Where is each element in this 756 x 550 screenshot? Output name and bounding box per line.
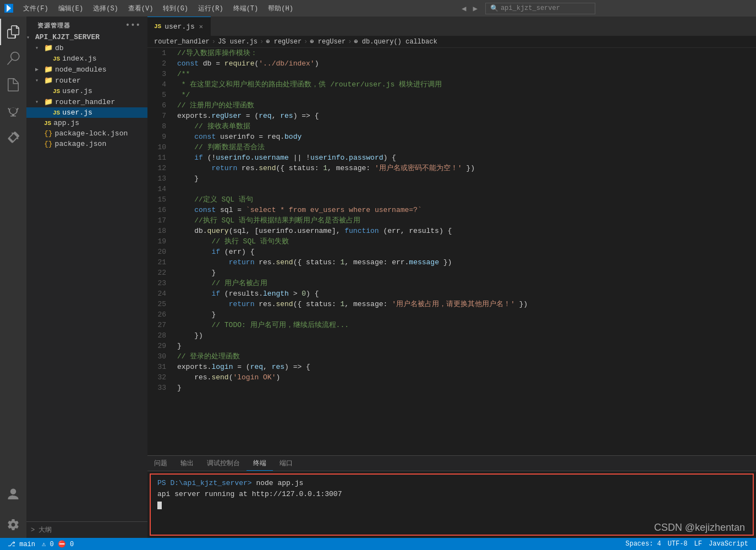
terminal-content[interactable]: PS D:\api_kjzt_server> node app.js api s… xyxy=(150,473,754,536)
statusbar-branch[interactable]: ⎇ main xyxy=(4,540,39,548)
folder-icon-rh: 📁 xyxy=(44,97,53,106)
line-content: // 执行 SQL 语句失败 xyxy=(175,236,756,247)
search-text: api_kjzt_server xyxy=(501,4,560,12)
breadcrumb-router-handler[interactable]: router_handler xyxy=(154,38,210,46)
node-modules-arrow: ▶ xyxy=(35,66,44,73)
line-number: 22 xyxy=(147,268,175,278)
nav-back-button[interactable]: ◀ xyxy=(459,3,468,14)
statusbar-encoding[interactable]: UTF-8 xyxy=(665,540,691,548)
menu-bar: 文件(F) 编辑(E) 选择(S) 查看(V) 转到(G) 运行(R) 终端(T… xyxy=(19,3,298,14)
line-number: 14 xyxy=(147,184,175,194)
line-content: // 登录的处理函数 xyxy=(175,351,756,362)
line-number: 12 xyxy=(147,163,175,173)
line-content: }) xyxy=(175,330,756,341)
breadcrumb-callback[interactable]: ⊕ db.query() callback xyxy=(354,37,437,46)
code-line: 13 } xyxy=(147,173,756,184)
line-content: //导入数据库操作模块： xyxy=(175,48,756,58)
activity-git[interactable] xyxy=(0,72,26,98)
line-content: // 注册用户的处理函数 xyxy=(175,100,756,111)
sidebar-item-pkg[interactable]: {} package.json xyxy=(26,139,147,149)
sidebar-item-db-index[interactable]: JS index.js xyxy=(26,53,147,64)
sidebar-header-icons: ••• xyxy=(125,21,141,30)
line-content: res.send('login OK') xyxy=(175,372,756,383)
menu-file[interactable]: 文件(F) xyxy=(19,3,53,14)
sidebar-root[interactable]: ▾ API_KJZT_SERVER xyxy=(26,32,147,42)
line-number: 17 xyxy=(147,215,175,226)
json-file-icon2: {} xyxy=(44,140,53,148)
sidebar-item-router-user[interactable]: JS user.js xyxy=(26,86,147,96)
sidebar-item-pkg-lock[interactable]: {} package-lock.json xyxy=(26,128,147,139)
breadcrumb-reguser2[interactable]: ⊕ regUser xyxy=(310,37,346,46)
menu-select[interactable]: 选择(S) xyxy=(89,3,123,14)
router-arrow: ▾ xyxy=(35,77,44,84)
panel-tab-debug[interactable]: 调试控制台 xyxy=(200,456,246,471)
router-user-label: user.js xyxy=(62,87,147,95)
panel-tab-output[interactable]: 输出 xyxy=(174,456,200,471)
code-line: 15 //定义 SQL 语句 xyxy=(147,194,756,205)
terminal-output: api server running at http://127.0.0.1:3… xyxy=(157,490,342,498)
outline-label: > 大纲 xyxy=(31,526,52,534)
activity-debug[interactable] xyxy=(0,98,26,124)
js-file-icon2: JS xyxy=(53,88,60,95)
js-file-icon4: JS xyxy=(44,120,51,127)
code-line: 20 if (err) { xyxy=(147,247,756,257)
line-content: const userinfo = req.body xyxy=(175,132,756,142)
activity-extensions[interactable] xyxy=(0,124,26,151)
sidebar-item-router-handler[interactable]: ▾ 📁 router_handler xyxy=(26,96,147,107)
sidebar-item-app[interactable]: JS app.js xyxy=(26,118,147,128)
tab-close-button[interactable]: ✕ xyxy=(198,22,204,31)
statusbar-lineending[interactable]: LF xyxy=(691,540,705,548)
sidebar-item-rh-user[interactable]: JS user.js xyxy=(26,107,147,118)
sidebar-title: 资源管理器 xyxy=(37,21,70,30)
menu-goto[interactable]: 转到(G) xyxy=(158,3,193,14)
node-modules-label: node_modules xyxy=(55,66,147,74)
menu-terminal[interactable]: 终端(T) xyxy=(229,3,263,14)
code-line: 8 // 接收表单数据 xyxy=(147,121,756,132)
sidebar-header: 资源管理器 ••• xyxy=(26,17,147,32)
outline-section[interactable]: > 大纲 xyxy=(26,521,147,538)
activity-settings[interactable] xyxy=(0,511,26,538)
code-line: 31exports.login = (req, res) => { xyxy=(147,362,756,372)
sidebar-item-db[interactable]: ▾ 📁 db xyxy=(26,42,147,53)
line-content: return res.send({ status: 1, message: er… xyxy=(175,257,756,268)
js-file-icon: JS xyxy=(53,56,60,62)
activity-explorer[interactable] xyxy=(0,19,26,45)
json-file-icon: {} xyxy=(44,129,53,138)
line-content: if (results.length > 0) { xyxy=(175,288,756,299)
breadcrumb-user-js[interactable]: JS user.js xyxy=(218,38,258,46)
code-editor[interactable]: 1//导入数据库操作模块：2const db = require('../db/… xyxy=(147,48,756,455)
panel-tab-terminal[interactable]: 终端 xyxy=(246,456,273,471)
menu-edit[interactable]: 编辑(E) xyxy=(54,3,88,14)
code-line: 25 return res.send({ status: 1, message:… xyxy=(147,299,756,309)
search-bar[interactable]: 🔍 api_kjzt_server xyxy=(485,3,595,14)
statusbar-indent[interactable]: Spaces: 4 xyxy=(622,540,665,548)
activity-search[interactable] xyxy=(0,45,26,72)
line-content: /** xyxy=(175,69,756,79)
statusbar-errors[interactable]: ⚠ 0 ⛔ 0 xyxy=(39,540,77,548)
activity-account[interactable] xyxy=(0,481,26,507)
nav-buttons: ◀ ▶ xyxy=(459,3,480,14)
breadcrumb-reguser1[interactable]: ⊕ regUser xyxy=(266,37,302,46)
line-number: 31 xyxy=(147,362,175,372)
line-number: 29 xyxy=(147,341,175,351)
pkg-lock-label: package-lock.json xyxy=(55,129,147,138)
menu-help[interactable]: 帮助(H) xyxy=(264,3,298,14)
line-content: exports.regUser = (req, res) => { xyxy=(175,111,756,121)
menu-view[interactable]: 查看(V) xyxy=(124,3,158,14)
line-content: // 用户名被占用 xyxy=(175,278,756,288)
panel-tab-ports[interactable]: 端口 xyxy=(273,456,299,471)
code-line: 17 //执行 SQL 语句并根据结果判断用户名是否被占用 xyxy=(147,215,756,226)
line-content: return res.send({ status: 1, message: '用… xyxy=(175,299,756,309)
sidebar-item-node-modules[interactable]: ▶ 📁 node_modules xyxy=(26,64,147,75)
line-content: } xyxy=(175,341,756,351)
statusbar-language[interactable]: JavaScript xyxy=(705,540,752,548)
nav-forward-button[interactable]: ▶ xyxy=(470,3,479,14)
sidebar-more-icon[interactable]: ••• xyxy=(125,21,141,30)
line-content: return res.send({ status: 1, message: '用… xyxy=(175,163,756,173)
line-number: 11 xyxy=(147,153,175,163)
menu-run[interactable]: 运行(R) xyxy=(194,3,228,14)
panel-tab-problems[interactable]: 问题 xyxy=(147,456,174,471)
router-label: router xyxy=(55,77,147,85)
tab-user-js[interactable]: JS user.js ✕ xyxy=(147,17,211,36)
sidebar-item-router[interactable]: ▾ 📁 router xyxy=(26,75,147,86)
